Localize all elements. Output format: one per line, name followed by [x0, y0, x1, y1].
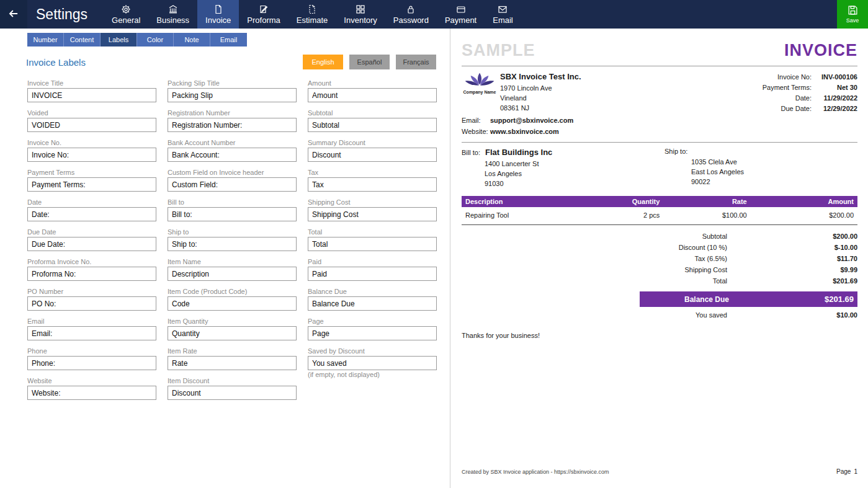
proforma-no-input[interactable] — [27, 267, 156, 281]
page-label: Page — [836, 468, 851, 475]
bill-to-header: Bill to: Flat Buildings Inc — [462, 148, 664, 157]
item-code-input[interactable] — [168, 296, 297, 311]
field-label: Paid — [308, 258, 437, 265]
summary-label: Total — [713, 275, 727, 286]
tab-general[interactable]: General — [104, 0, 148, 29]
paid-input[interactable] — [308, 267, 437, 281]
field-shipping-cost: Shipping Cost — [308, 198, 437, 221]
gear-icon — [121, 4, 131, 14]
summary-discount-input[interactable] — [308, 148, 437, 162]
page-input[interactable] — [308, 326, 437, 340]
bank-account-input[interactable] — [168, 148, 297, 162]
save-button[interactable]: Save — [837, 0, 868, 29]
item-name-input[interactable] — [168, 267, 297, 281]
tab-inventory[interactable]: Inventory — [336, 0, 385, 29]
meta-row: Invoice No: INV-000106 — [763, 72, 857, 82]
email-label-input[interactable] — [27, 326, 156, 340]
balance-due-label: Balance Due — [684, 295, 729, 304]
bill-to-input[interactable] — [168, 207, 297, 221]
tab-label: Email — [493, 16, 513, 25]
date-input[interactable] — [27, 207, 156, 221]
language-english-button[interactable]: English — [303, 55, 343, 69]
bill-to-address: 1400 Lancerter St Los Angeles 91030 — [485, 159, 664, 189]
building-icon — [168, 4, 178, 14]
company-name: SBX Invoice Test Inc. — [500, 72, 581, 82]
summary-label: Tax (6.5%) — [694, 253, 727, 264]
save-icon — [848, 5, 858, 17]
tab-label: Password — [393, 16, 429, 25]
invoice-no-input[interactable] — [27, 148, 156, 162]
custom-field-input[interactable] — [168, 177, 297, 192]
tab-business[interactable]: Business — [148, 0, 197, 29]
language-francais-button[interactable]: Français — [396, 55, 436, 69]
subtab-labels[interactable]: Labels — [101, 33, 137, 47]
item-quantity-input[interactable] — [168, 326, 297, 340]
payment-terms-input[interactable] — [27, 177, 156, 192]
save-button-label: Save — [846, 17, 859, 24]
item-discount-input[interactable] — [168, 386, 297, 400]
due-date-input[interactable] — [27, 237, 156, 251]
ship-to-input[interactable] — [168, 237, 297, 251]
subtotal-input[interactable] — [308, 118, 437, 132]
bill-to-name: Flat Buildings Inc — [485, 148, 552, 157]
field-proforma-invoice-no: Proforma Invoice No. — [27, 258, 156, 281]
company-address-line: Vineland — [500, 93, 581, 103]
field-label: Saved by Discount — [308, 347, 437, 355]
balance-due-bar: Balance Due $201.69 — [640, 291, 857, 307]
tab-password[interactable]: Password — [385, 0, 437, 29]
subtab-email[interactable]: Email — [210, 33, 247, 47]
field-label: Amount — [308, 79, 437, 87]
saved-by-discount-input[interactable] — [308, 356, 437, 370]
preview-header: SAMPLE INVOICE — [462, 41, 857, 66]
packing-slip-title-input[interactable] — [168, 88, 297, 102]
tax-input[interactable] — [308, 177, 437, 192]
form-column-3: Amount Subtotal Summary Discount Tax Shi… — [308, 79, 437, 407]
item-rate: $100.00 — [663, 207, 750, 225]
tab-label: Business — [156, 16, 189, 25]
summary-section: Subtotal $200.00 Discount (10 %) $-10.00… — [462, 231, 857, 286]
field-item-name: Item Name — [168, 258, 297, 281]
line-items-table: Description Quantity Rate Amount Repairi… — [462, 196, 857, 225]
amount-input[interactable] — [308, 88, 437, 102]
document-icon — [213, 4, 223, 14]
subtab-color[interactable]: Color — [137, 33, 174, 47]
bill-ship-section: Bill to: Flat Buildings Inc 1400 Lancert… — [462, 148, 857, 189]
tab-payment[interactable]: Payment — [437, 0, 485, 29]
shipping-cost-input[interactable] — [308, 207, 437, 221]
po-number-input[interactable] — [27, 296, 156, 311]
registration-number-input[interactable] — [168, 118, 297, 132]
field-saved-by-discount: Saved by Discount (if empty, not display… — [308, 347, 437, 378]
field-bank-account-number: Bank Account Number — [168, 139, 297, 162]
invoice-title-input[interactable] — [27, 88, 156, 102]
field-item-quantity: Item Quantity — [168, 317, 297, 340]
phone-label-input[interactable] — [27, 356, 156, 370]
subtab-number[interactable]: Number — [27, 33, 64, 47]
language-espanol-button[interactable]: Español — [349, 55, 390, 69]
field-label: Item Name — [168, 258, 297, 265]
summary-value: $201.69 — [727, 275, 857, 286]
subtab-content[interactable]: Content — [64, 33, 101, 47]
field-item-code: Item Code (Product Code) — [168, 288, 297, 311]
tab-label: Proforma — [247, 16, 280, 25]
balance-due-input[interactable] — [308, 296, 437, 311]
website-label-input[interactable] — [27, 386, 156, 400]
meta-label: Due Date: — [781, 104, 812, 114]
summary-value: $-10.00 — [727, 242, 857, 253]
subtab-note[interactable]: Note — [174, 33, 210, 47]
back-button[interactable] — [0, 0, 27, 29]
invoice-title: INVOICE — [784, 41, 857, 60]
voided-input[interactable] — [27, 118, 156, 132]
item-rate-input[interactable] — [168, 356, 297, 370]
total-input[interactable] — [308, 237, 437, 251]
field-item-rate: Item Rate — [168, 347, 297, 370]
field-email: Email — [27, 317, 156, 340]
tab-email[interactable]: Email — [485, 0, 521, 29]
tab-estimate[interactable]: Estimate — [289, 0, 336, 29]
company-address-line: 08361 NJ — [500, 103, 581, 113]
tab-invoice[interactable]: Invoice — [197, 0, 239, 29]
field-label: Subtotal — [308, 109, 437, 117]
ship-to-label: Ship to: — [664, 148, 687, 155]
tab-proforma[interactable]: Proforma — [239, 0, 288, 29]
field-paid: Paid — [308, 258, 437, 281]
field-label: Payment Terms — [27, 169, 156, 176]
